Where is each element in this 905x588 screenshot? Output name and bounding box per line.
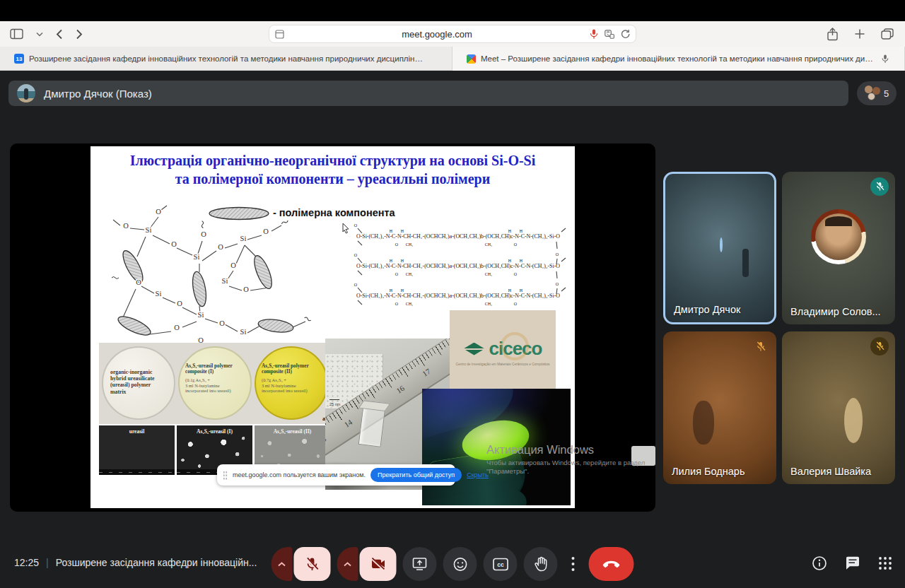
- slide-title-line1: Ілюстрація органічно-неорганічної структ…: [90, 151, 575, 170]
- captions-button[interactable]: cc: [484, 547, 518, 581]
- end-call-button[interactable]: [589, 547, 634, 581]
- browser-toolbar: meet.google.com: [0, 21, 905, 47]
- tile-vladimir[interactable]: Владимир Солов...: [782, 172, 895, 324]
- shared-screen: Ілюстрація органічно-неорганічної структ…: [10, 143, 655, 512]
- participant-name: Дмитро Дячок: [674, 304, 740, 315]
- tile-dmytro[interactable]: Дмитро Дячок: [663, 172, 776, 324]
- mouse-cursor: [342, 223, 350, 234]
- svg-text:Si: Si: [240, 235, 247, 242]
- svg-text:O: O: [354, 283, 358, 287]
- tab-overview-icon[interactable]: [881, 28, 894, 40]
- reactions-button[interactable]: [443, 547, 477, 581]
- silica-network-diagram: OSiOOSiOOSiOOSiOOSiOSiOSiOO: [93, 204, 332, 349]
- svg-text:H: H: [390, 288, 393, 293]
- avatar: [720, 237, 723, 252]
- svg-text:O: O: [354, 253, 358, 257]
- tab-title: Розширене засідання кафедри інноваційних…: [29, 54, 425, 63]
- mic-muted-badge: [752, 337, 770, 355]
- svg-text:O: O: [174, 324, 180, 331]
- meet-app: Дмитро Дячок (Показ) 5 Ілюстрація органі…: [0, 71, 905, 588]
- presenter-avatar: [17, 84, 35, 102]
- presenter-banner[interactable]: Дмитро Дячок (Показ): [8, 81, 848, 106]
- svg-text:O: O: [218, 243, 223, 251]
- sem-metadata-strip: [99, 469, 175, 475]
- svg-text:H: H: [520, 288, 523, 293]
- svg-text:Si: Si: [194, 253, 200, 261]
- back-icon[interactable]: [56, 29, 63, 40]
- svg-text:CH₃: CH₃: [406, 272, 413, 276]
- svg-text:Si: Si: [222, 277, 228, 285]
- svg-text:O: O: [219, 319, 225, 327]
- mic-muted-badge: [870, 337, 889, 355]
- svg-text:O: O: [263, 228, 269, 235]
- forward-icon[interactable]: [76, 29, 83, 40]
- info-button[interactable]: [812, 555, 827, 574]
- svg-text:O: O: [177, 300, 182, 307]
- camera-off-button[interactable]: [360, 547, 397, 581]
- clock: 12:25: [14, 557, 39, 568]
- chat-button[interactable]: [845, 555, 860, 574]
- svg-text:O: O: [514, 272, 518, 276]
- sidebar-icon[interactable]: [10, 28, 23, 40]
- address-bar[interactable]: meet.google.com: [269, 25, 636, 43]
- meeting-info: 12:25 | Розширене засідання кафедри інно…: [14, 557, 257, 568]
- windows-activation-watermark: Активация Windows Чтобы активировать Win…: [486, 443, 650, 476]
- petri-dish-composite-1: As₂S₃-ureasil polymer composite (I) (0.1…: [178, 346, 252, 420]
- ciceco-subtitle: Centro de Investigação em Materiais Cerâ…: [455, 363, 549, 366]
- present-button[interactable]: [403, 547, 437, 581]
- ureasil-polymer-formula: O-Si-(CH₂)₃-N-C-N-CH-CH₂-(OCHCH₂)a-(OCH₂…: [354, 217, 569, 316]
- svg-text:O: O: [136, 278, 141, 286]
- tile-valeriya[interactable]: Валерия Швайка: [782, 331, 895, 484]
- meeting-title: Розширене засідання кафедри інноваційн..…: [56, 557, 257, 568]
- svg-text:CH₃: CH₃: [485, 242, 492, 247]
- svg-text:H: H: [520, 229, 523, 233]
- share-icon[interactable]: [827, 28, 839, 41]
- info-icon: [812, 555, 827, 571]
- mic-muted-badge: [870, 177, 889, 196]
- svg-text:Si: Si: [156, 290, 162, 298]
- grid-icon: [878, 556, 892, 570]
- quartz-cuvette: [358, 405, 386, 447]
- ruler-number: 14: [342, 418, 354, 429]
- logo-ring: [501, 332, 529, 360]
- share-message: meet.google.com пользуется вашим экраном…: [233, 471, 366, 478]
- mic-options-button[interactable]: [272, 547, 293, 581]
- hide-link[interactable]: Скрыть: [467, 471, 489, 478]
- more-options-button[interactable]: [564, 547, 583, 581]
- mic-permission-icon[interactable]: [590, 29, 598, 40]
- new-tab-icon[interactable]: [854, 28, 865, 40]
- raise-hand-button[interactable]: [524, 547, 558, 581]
- mic-off-button[interactable]: [294, 547, 331, 581]
- svg-text:H: H: [508, 259, 512, 263]
- tem-scale-label: 25 nm: [329, 402, 340, 406]
- chevron-down-icon[interactable]: [36, 32, 43, 37]
- stop-sharing-button[interactable]: Прекратить общий доступ: [370, 468, 462, 482]
- activities-button[interactable]: [878, 556, 892, 573]
- tab-meet[interactable]: Meet – Розширене засідання кафедри іннов…: [452, 47, 905, 71]
- svg-text:H: H: [401, 229, 404, 233]
- participants-pill[interactable]: 5: [857, 81, 897, 105]
- ciceco-logo-card: ciceco Centro de Investigação em Materia…: [450, 310, 556, 394]
- svg-text:cc: cc: [497, 561, 504, 568]
- calendar-favicon: 13: [14, 54, 24, 64]
- svg-text:H: H: [508, 288, 512, 293]
- url-text: meet.google.com: [284, 29, 590, 40]
- avatar-ring: [811, 209, 866, 264]
- drag-handle-icon[interactable]: [223, 471, 228, 480]
- reload-icon[interactable]: [621, 29, 630, 39]
- svg-text:H: H: [401, 288, 404, 293]
- svg-text:O: O: [123, 222, 129, 230]
- slide-title: Ілюстрація органічно-неорганічної структ…: [90, 151, 575, 188]
- translate-icon[interactable]: [605, 30, 614, 39]
- participant-tiles: Дмитро Дячок Владимир Солов... Лилия Бод…: [663, 172, 895, 484]
- svg-text:CH₃: CH₃: [485, 302, 492, 306]
- tab-calendar[interactable]: 13 Розширене засідання кафедри інновацій…: [0, 47, 452, 71]
- svg-text:Si: Si: [240, 328, 247, 336]
- ruler-number: 13: [325, 435, 327, 446]
- tab-audio-icon[interactable]: [882, 54, 889, 64]
- tile-liliya[interactable]: Лилия Боднарь: [663, 331, 776, 484]
- svg-text:O: O: [514, 302, 518, 306]
- presenter-name: Дмитро Дячок (Показ): [44, 88, 152, 100]
- page-settings-icon[interactable]: [275, 30, 284, 39]
- camera-options-button[interactable]: [337, 547, 358, 581]
